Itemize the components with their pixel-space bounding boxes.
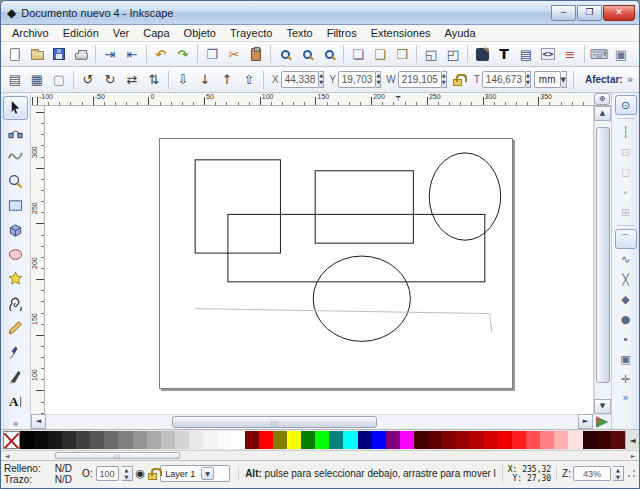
- menu-item[interactable]: Ayuda: [438, 27, 483, 39]
- palette-swatch[interactable]: [358, 431, 372, 449]
- stroke-value[interactable]: N/D: [55, 474, 72, 485]
- palette-swatch[interactable]: [104, 431, 118, 449]
- palette-swatch[interactable]: [301, 431, 315, 449]
- zoom-spinner[interactable]: ▲▼: [613, 466, 624, 481]
- enable-snapping-button[interactable]: ⊙: [615, 95, 637, 115]
- palette-swatch[interactable]: [540, 431, 554, 449]
- snap-bbox-edge-midpoints-button[interactable]: ∙: [615, 182, 637, 202]
- bezier-pen-tool[interactable]: [3, 341, 28, 364]
- ellipse-shape-right[interactable]: [429, 153, 500, 240]
- snap-bbox-corners-button[interactable]: ◻: [615, 162, 637, 182]
- palette-swatch[interactable]: [245, 431, 259, 449]
- text-tool[interactable]: A: [3, 389, 28, 412]
- palette-swatch[interactable]: [203, 431, 217, 449]
- snap-midpoints-button[interactable]: •: [615, 329, 637, 349]
- unlink-clone-button[interactable]: ❒: [391, 44, 413, 65]
- palette-scrollbar-left-arrow[interactable]: ◄: [1, 451, 13, 460]
- print-button[interactable]: [70, 44, 92, 65]
- scroll-left-button[interactable]: ◄: [31, 414, 46, 429]
- no-color-swatch[interactable]: [3, 431, 20, 449]
- spiral-tool[interactable]: [3, 292, 28, 315]
- fill-value[interactable]: N/D: [55, 463, 72, 474]
- palette-swatch[interactable]: [48, 431, 62, 449]
- tweak-tool[interactable]: [3, 145, 28, 168]
- zoom-selection-button[interactable]: [274, 44, 296, 65]
- flip-horizontal-button[interactable]: ⇄: [121, 69, 143, 90]
- node-editor-tool[interactable]: [3, 121, 28, 144]
- opacity-field[interactable]: 100: [96, 466, 119, 481]
- restore-button[interactable]: ❐: [577, 5, 602, 21]
- palette-scroll-left-button[interactable]: ◄: [625, 431, 639, 449]
- horizontal-scroll-track[interactable]: |||: [46, 414, 578, 429]
- unit-select[interactable]: mm: [534, 71, 561, 88]
- copy-button[interactable]: ❐: [201, 44, 223, 65]
- palette-swatch[interactable]: [343, 431, 357, 449]
- palette-swatch[interactable]: [554, 431, 568, 449]
- deselect-button[interactable]: ▢: [48, 69, 70, 90]
- palette-swatch[interactable]: [273, 431, 287, 449]
- ungroup-button[interactable]: ◰: [442, 44, 464, 65]
- snapbar-overflow-icon[interactable]: »: [622, 392, 628, 403]
- menu-item[interactable]: Edición: [56, 27, 106, 39]
- selector-tool[interactable]: [3, 96, 28, 120]
- snap-paths-button[interactable]: ∿: [615, 249, 637, 269]
- palette-swatch[interactable]: [34, 431, 48, 449]
- create-clone-button[interactable]: ❑: [369, 44, 391, 65]
- menu-item[interactable]: Filtros: [320, 27, 364, 39]
- fill-stroke-dialog-button[interactable]: [471, 44, 493, 65]
- palette-swatch[interactable]: [526, 431, 540, 449]
- palette-swatch[interactable]: [175, 431, 189, 449]
- menu-item[interactable]: Archivo: [5, 27, 56, 39]
- canvas-corner-button[interactable]: ⊕: [594, 93, 610, 105]
- lower-button[interactable]: ↓: [194, 69, 216, 90]
- x-field-spinner[interactable]: ▲▼: [319, 71, 324, 88]
- titlebar[interactable]: ◆ Documento nuevo 4 - Inkscape – ❐ ✕: [1, 1, 639, 25]
- flip-vertical-button[interactable]: ⇅: [143, 69, 165, 90]
- resize-grip[interactable]: [627, 469, 636, 478]
- zoom-tool[interactable]: [3, 169, 28, 192]
- palette-swatch[interactable]: [259, 431, 273, 449]
- palette-scrollbar-track[interactable]: |||: [13, 451, 627, 460]
- text-dialog-button[interactable]: T: [493, 44, 515, 65]
- palette-swatch[interactable]: [498, 431, 512, 449]
- palette-swatch[interactable]: [400, 431, 414, 449]
- palette-swatch[interactable]: [470, 431, 484, 449]
- zoom-drawing-button[interactable]: [296, 44, 318, 65]
- redo-button[interactable]: ↷: [172, 44, 194, 65]
- palette-swatch[interactable]: [484, 431, 498, 449]
- snap-rotation-centers-button[interactable]: ✛: [615, 369, 637, 389]
- palette-swatch[interactable]: [414, 431, 428, 449]
- close-button[interactable]: ✕: [603, 5, 635, 21]
- snap-bbox-edges-button[interactable]: ⊡: [615, 142, 637, 162]
- export-button[interactable]: ⇤: [121, 44, 143, 65]
- palette-swatch[interactable]: [161, 431, 175, 449]
- snap-smooth-nodes-button[interactable]: ●: [615, 309, 637, 329]
- palette-swatch[interactable]: [231, 431, 245, 449]
- width-field[interactable]: 219,105: [398, 71, 442, 88]
- palette-swatch[interactable]: [133, 431, 147, 449]
- input-devices-button[interactable]: ⌨: [588, 44, 610, 65]
- palette-scrollbar-thumb[interactable]: |||: [55, 452, 180, 459]
- menu-item[interactable]: Texto: [279, 27, 319, 39]
- palette-swatch[interactable]: [329, 431, 343, 449]
- layer-lock-icon[interactable]: [148, 473, 157, 480]
- freehand-line[interactable]: [195, 309, 492, 333]
- raise-to-top-button[interactable]: ⇧: [238, 69, 260, 90]
- scroll-right-button[interactable]: ►: [578, 414, 593, 429]
- canvas[interactable]: [45, 106, 593, 414]
- rectangle-shape-top[interactable]: [315, 171, 413, 243]
- lower-to-bottom-button[interactable]: ⇩: [172, 69, 194, 90]
- menu-item[interactable]: Trayecto: [223, 27, 279, 39]
- y-field[interactable]: 19,703: [338, 71, 377, 88]
- undo-button[interactable]: ↶: [150, 44, 172, 65]
- palette-swatch[interactable]: [583, 431, 597, 449]
- pencil-tool[interactable]: [3, 316, 28, 339]
- open-document-button[interactable]: [26, 44, 48, 65]
- palette-swatch[interactable]: [76, 431, 90, 449]
- vertical-scroll-track[interactable]: [594, 121, 611, 399]
- menu-item[interactable]: Capa: [136, 27, 176, 39]
- x-field[interactable]: 44,338: [281, 71, 320, 88]
- vertical-scrollbar[interactable]: ▲ ▼: [593, 106, 611, 414]
- lock-ratio-button[interactable]: [447, 69, 469, 90]
- palette-swatch[interactable]: [189, 431, 203, 449]
